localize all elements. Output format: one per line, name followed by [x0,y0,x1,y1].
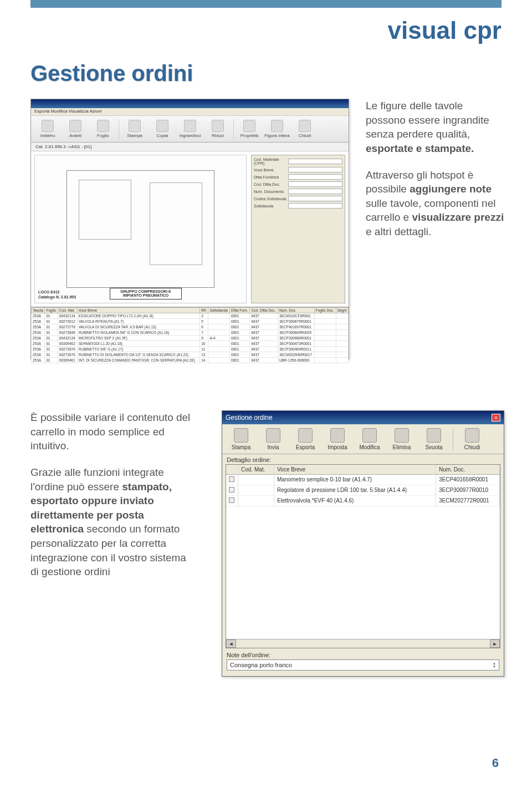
toolbar-icon [330,428,345,443]
toolbar-icon [298,428,313,443]
toolbar-icon [243,120,255,132]
table-row[interactable]: 253A0100273876RUBINETTO 5/8" G (A1.17)11… [32,347,349,352]
screenshot-tavola-app: Esporta Modifica Visualizza Azioni Indie… [30,99,349,359]
table-header: Voce Breve [77,308,200,313]
toolbar-icon [266,428,280,443]
text-bold: aggiungere note [410,183,492,195]
brand-title: visual cpr [388,17,502,44]
table-header: Cod. Mat. [58,308,77,313]
toolbar-copia[interactable]: Copia [149,118,176,140]
table-row[interactable]: 253A0100273778VALVOLA DI SICUREZZA TAR. … [32,324,349,330]
form-field[interactable] [288,167,342,172]
toolbar-proprietà[interactable]: Proprietà [236,118,263,140]
toolbar-ingrandisci[interactable]: Ingrandisci [177,118,203,140]
table-row[interactable]: 253A0100273012VALVOLA RITENUTA (A1.7)500… [32,319,349,324]
text: e altri dettagli. [366,226,431,237]
order-toolbar-chiudi[interactable]: Chiudi [457,428,488,450]
grid-header: Cod. Mat. [238,465,274,474]
toolbar-icon [129,120,141,132]
table-header: Tavola [32,308,45,313]
catalog-number: Catalogo N. 2.81.953 [38,295,76,299]
form-field[interactable] [288,174,342,180]
form-field[interactable] [288,159,342,164]
window-titlebar: Gestione ordine × [222,411,504,424]
toolbar-icon [184,120,196,132]
horizontal-scrollbar[interactable] [226,639,500,648]
table-header: Foglio Doc. [314,308,336,313]
description-top: Le figure delle tavole possono essere in… [366,99,504,251]
order-toolbar-stampa[interactable]: Stampa [226,428,257,450]
loco-code: LOCO E412 [38,290,76,295]
table-row[interactable]: 253A0100432134ESSICATORE DOPPIO TIPO LT2… [32,313,349,319]
page-number: 6 [492,756,499,770]
order-toolbar-elimina[interactable]: Elimina [386,428,417,450]
technical-drawing-front: LOCO E412 Catalogo N. 2.81.953 GRUPPO CO… [34,155,247,303]
toolbar-icon [271,120,283,132]
app-toolbar: IndietroAvantiFoglioStampaCopiaIngrandis… [31,116,349,143]
toolbar-icon [362,428,377,443]
form-field[interactable] [288,181,342,187]
table-header: Sottotavola [208,308,230,313]
toolbar-icon [395,428,409,443]
screenshot-gestione-ordine: Gestione ordine × StampaInviaEsportaImpo… [222,410,504,677]
toolbar-riduci[interactable]: Riduci [204,118,231,140]
text: Le figure delle tavole possono essere in… [366,100,489,140]
note-label: Note dell'ordine: [222,652,504,659]
toolbar-icon [212,120,224,132]
order-toolbar-modifica[interactable]: Modifica [354,428,385,450]
order-detail-grid: Cod. Mat.Voce BreveNum. Doc. Manometro s… [226,464,500,648]
table-row[interactable]: 253A0100309461INT. DI SICUREZZA COMANDO … [32,358,349,363]
toolbar-icon [465,428,479,443]
text-bold: esportate e stampate. [366,143,474,154]
description-bottom: È possibile variare il contenuto del car… [30,410,197,591]
toolbar-icon [97,120,109,132]
toolbar-indietro[interactable]: Indietro [34,118,61,140]
table-header: Cod. Ditta Doc. [250,308,278,313]
grid-header: Num. Doc. [436,465,500,474]
order-toolbar-invia[interactable]: Invia [258,428,289,450]
table-row[interactable]: 253A0100273848RUBINETTO ISOLAMEN.5/8" G … [32,330,349,336]
row-icon [229,476,234,482]
table-header: Foglio [45,308,58,313]
catalog-path: Cat. 2.81.856.3 ->A/01 - [01] [31,143,349,151]
table-header: Segni [336,308,348,313]
table-row[interactable]: 253A0100273676RUBINETTO DI ISOLAMENTO DA… [32,352,349,358]
table-row[interactable]: 253A0100432134MICROFILTRO SEP 2 (A1.3F)9… [32,336,349,341]
grid-header: Voce Breve [274,465,436,474]
form-field[interactable] [288,189,342,194]
form-field[interactable] [288,203,342,209]
toolbar-avanti[interactable]: Avanti [62,118,89,140]
drawing-title-block: GRUPPO COMPRESSORI E IMPIANTO PNEUMATICO [110,288,182,299]
table-row[interactable]: 253A0100309462SERMATODI L1.20 (A1.18)100… [32,341,349,347]
toolbar-icon [69,120,81,132]
parts-table: TavolaFoglioCod. Mat.Voce BreveRif.Sotto… [31,307,349,379]
order-row[interactable]: Elettrovalvola *EVF 40 (A1.4.6)3ECM20277… [226,496,500,506]
form-field[interactable] [288,196,342,201]
order-toolbar-esporta[interactable]: Esporta [290,428,321,450]
row-icon [229,497,234,503]
order-row[interactable]: Manometro semplice 0-10 bar (A1.4.7)3ECP… [226,475,500,485]
toolbar-stampa[interactable]: Stampa [121,118,148,140]
toolbar-chiudi[interactable]: Chiudi [291,118,318,140]
grid-header [226,465,238,474]
order-toolbar-imposta[interactable]: Imposta [322,428,353,450]
toolbar-icon [156,120,168,132]
row-icon [229,487,234,492]
toolbar-icon [234,428,248,443]
table-header: Rif. [200,308,208,313]
section-title: Gestione ordini [30,61,193,86]
table-header: Ditta Forn. [230,308,250,313]
toolbar-figura intera[interactable]: Figura Intera [264,118,290,140]
window-title: Gestione ordine [226,414,273,422]
text: È possibile variare il contenuto del car… [30,410,197,453]
header-bar [30,0,502,8]
spinner-arrows-icon[interactable]: ▲▼ [493,662,496,668]
note-value: Consegna porto franco [230,662,292,668]
order-toolbar-svuota[interactable]: Svuota [418,428,449,450]
order-toolbar: StampaInviaEsportaImpostaModificaElimina… [222,424,504,454]
toolbar-foglio[interactable]: Foglio [90,118,116,140]
toolbar-icon [427,428,441,443]
order-notes-input[interactable]: Consegna porto franco ▲▼ [227,659,499,671]
order-row[interactable]: Regolatore di pressione LDR 100 tar. 5.5… [226,485,500,496]
close-icon[interactable]: × [492,414,500,422]
